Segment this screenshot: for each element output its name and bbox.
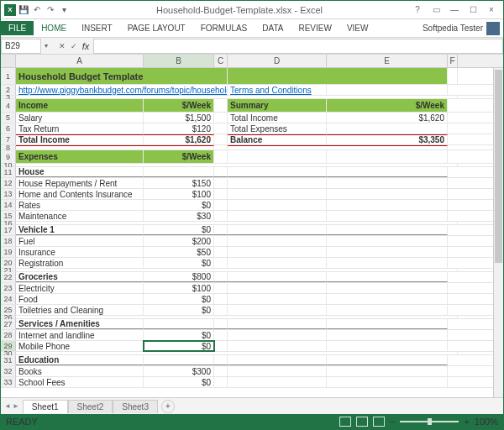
zoom-level[interactable]: 100% [475,417,498,427]
close-button[interactable]: × [483,3,500,18]
formula-input[interactable] [93,39,503,54]
normal-view-icon[interactable] [339,417,351,427]
col-header-c[interactable]: C [214,55,228,67]
help-button[interactable]: ? [409,3,426,18]
ribbon-tabs: FILE HOME INSERT PAGE LAYOUT FORMULAS DA… [1,19,503,38]
title-bar: X 💾 ↶ ↷ ▾ Household-Budget-Template.xlsx… [1,1,503,19]
template-link[interactable]: http://www.piggybankbudget.com/forums/to… [16,85,228,95]
fx-icon[interactable]: fx [80,41,92,51]
status-bar: READY − + 100% [1,414,503,429]
enter-formula-icon[interactable]: ✓ [68,42,80,50]
undo-icon[interactable]: ↶ [31,4,43,16]
quick-access-toolbar: X 💾 ↶ ↷ ▾ [4,4,70,16]
worksheet-grid[interactable]: 1Household Budget Template 2http://www.p… [1,68,503,397]
tab-review[interactable]: REVIEW [291,21,339,35]
active-cell[interactable]: $0 [144,341,214,351]
terms-link[interactable]: Terms and Conditions [228,85,327,95]
name-box-dropdown-icon[interactable]: ▾ [41,42,51,50]
zoom-slider[interactable] [400,421,459,422]
account-name[interactable]: Softpedia Tester [423,24,483,33]
add-sheet-button[interactable]: + [161,400,175,413]
tab-insert[interactable]: INSERT [74,21,120,35]
zoom-out-icon[interactable]: − [390,417,395,427]
page-break-view-icon[interactable] [373,417,385,427]
sheet-tab-1[interactable]: Sheet1 [23,400,68,413]
excel-icon[interactable]: X [4,4,16,16]
sheet-tab-2[interactable]: Sheet2 [68,400,113,413]
cancel-formula-icon[interactable]: ✕ [56,42,68,50]
sheet-tab-3[interactable]: Sheet3 [113,400,158,413]
minimize-button[interactable]: — [446,3,463,18]
sheet-tab-bar: ◄ ► Sheet1 Sheet2 Sheet3 + [1,397,503,414]
sheet-nav-next-icon[interactable]: ► [13,402,19,410]
tab-data[interactable]: DATA [255,21,291,35]
save-icon[interactable]: 💾 [18,4,29,16]
name-box[interactable]: B29 [1,39,41,54]
window-controls: ? ▭ — ☐ × [409,3,500,18]
status-text: READY [6,417,38,427]
select-all-corner[interactable] [1,55,16,67]
tab-formulas[interactable]: FORMULAS [193,21,255,35]
redo-icon[interactable]: ↷ [45,4,56,16]
col-header-a[interactable]: A [16,55,144,67]
column-headers: A B C D E F [1,55,503,68]
page-title[interactable]: Household Budget Template [16,68,228,84]
page-layout-view-icon[interactable] [356,417,368,427]
formula-bar: B29 ▾ ✕ ✓ fx [1,38,503,55]
vertical-scrollbar[interactable] [493,68,503,397]
avatar[interactable] [486,22,500,35]
ribbon-toggle-button[interactable]: ▭ [428,3,444,18]
tab-file[interactable]: FILE [1,21,34,35]
qat-dropdown-icon[interactable]: ▾ [58,4,70,16]
tab-home[interactable]: HOME [34,21,74,35]
window-title: Household-Budget-Template.xlsx - Excel [70,5,409,15]
col-header-e[interactable]: E [327,55,448,67]
tab-page-layout[interactable]: PAGE LAYOUT [120,21,193,35]
col-header-b[interactable]: B [144,55,214,67]
maximize-button[interactable]: ☐ [465,3,481,18]
sheet-nav-prev-icon[interactable]: ◄ [4,402,11,410]
col-header-d[interactable]: D [228,55,327,67]
zoom-in-icon[interactable]: + [464,417,469,427]
tab-view[interactable]: VIEW [339,21,376,35]
col-header-f[interactable]: F [448,55,458,67]
